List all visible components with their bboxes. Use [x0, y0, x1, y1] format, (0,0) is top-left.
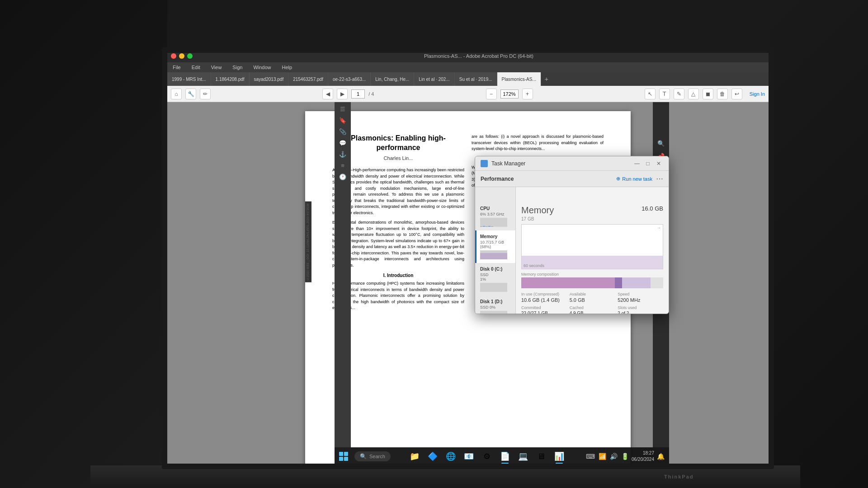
notification-icon[interactable]: 🔔: [656, 453, 665, 460]
search-button[interactable]: ↩: [731, 89, 742, 99]
composition-label: Memory composition: [521, 272, 663, 277]
prev-page-button[interactable]: ◀: [322, 89, 333, 99]
tab-1186[interactable]: 1.1864208.pdf: [211, 72, 250, 86]
run-new-task-button[interactable]: ⊕ Run new task: [616, 176, 652, 182]
menu-sign[interactable]: Sign: [231, 64, 244, 71]
screen-area: Plasmonics-AS... - Adobe Acrobat Pro DC …: [167, 50, 769, 465]
right-icon-zoom[interactable]: 🔍: [656, 138, 666, 148]
pdf-abstract-2: Experimental demonstrations of monolithi…: [332, 220, 464, 268]
memory-usage-graph: 60 seconds →: [521, 224, 663, 269]
tools-button[interactable]: 🔧: [185, 89, 196, 99]
zoom-out-button[interactable]: −: [486, 89, 497, 99]
tab-linet[interactable]: Lin et al · 202...: [414, 72, 454, 86]
cpu-mini-graph: [480, 218, 507, 227]
menu-view[interactable]: View: [209, 64, 224, 71]
menu-help[interactable]: Help: [280, 64, 294, 71]
search-bar[interactable]: 🔍 Search: [354, 451, 391, 461]
pdf-content-area: ©2020 IEEE | DOI: 10.1109/LDM13551.2020.…: [167, 102, 769, 465]
tab-plasmonics[interactable]: Plasmonics-AS...: [497, 72, 541, 86]
disk1-detail: SSD 0%: [480, 305, 512, 310]
panel-icon-6[interactable]: ≡: [338, 160, 348, 170]
panel-icon-7[interactable]: 🕐: [338, 172, 348, 182]
tab-1999[interactable]: 1999 - MRS Int...: [167, 72, 211, 86]
maximize-button[interactable]: [187, 53, 193, 59]
search-icon: 🔍: [360, 453, 367, 460]
start-button[interactable]: [335, 447, 353, 465]
tm-minimize-button[interactable]: —: [632, 159, 642, 168]
taskbar-app-taskmanager[interactable]: 📊: [551, 448, 567, 465]
sidebar-item-disk0[interactable]: Disk 0 (C:) SSD 1%: [475, 263, 515, 296]
search-text: Search: [369, 454, 385, 459]
annotate-tool[interactable]: T: [659, 89, 670, 99]
pdf-author: Charles Lin...: [332, 155, 464, 162]
tm-maximize-button[interactable]: □: [643, 159, 652, 168]
battery-icon[interactable]: 🔋: [620, 453, 630, 460]
acrobat-icon: 📄: [500, 451, 510, 461]
doi-strip: ©2020 IEEE | DOI: 10.1109/LDM13551.2020.…: [305, 202, 311, 282]
next-page-button[interactable]: ▶: [337, 89, 348, 99]
taskbar-app-edge[interactable]: 🔷: [425, 448, 441, 465]
sign-in-link[interactable]: Sign In: [750, 91, 765, 97]
taskbar-app-chrome[interactable]: 🌐: [443, 448, 459, 465]
tab-oe22[interactable]: oe-22-s3-a663...: [328, 72, 371, 86]
stat-speed: Speed 5200 MHz Slots used 2 of 2 Form fa…: [618, 292, 663, 314]
taskbar-app-files[interactable]: 📁: [406, 448, 423, 465]
tab-21546[interactable]: 215463257.pdf: [288, 72, 328, 86]
zoom-in-button[interactable]: +: [522, 89, 533, 99]
add-tab-button[interactable]: +: [541, 75, 552, 83]
network-icon[interactable]: 📶: [598, 453, 607, 460]
pdf-section1-text: High-performance computing (HPC) systems…: [332, 281, 464, 311]
left-bezel: [0, 0, 167, 488]
menu-edit[interactable]: Edit: [190, 64, 202, 71]
stat-available: Available 5.0 GB Cached 4.9 GB Non-paged…: [570, 292, 615, 314]
sound-icon[interactable]: 🔊: [609, 453, 618, 460]
pdf-right-intro: are as follows: (i) a novel approach is …: [472, 134, 604, 152]
panel-icon-5[interactable]: ⚓: [338, 149, 348, 159]
redact-tool[interactable]: ◼: [703, 89, 713, 99]
menu-window[interactable]: Window: [251, 64, 273, 71]
minimize-button[interactable]: [179, 53, 184, 59]
right-bezel: [769, 0, 868, 488]
clock[interactable]: 18:27 06/20/2024: [632, 450, 654, 463]
sidebar-item-memory[interactable]: Memory 10.7/15.7 GB (68%): [475, 230, 515, 263]
tab-suet[interactable]: Su et al · 2019...: [455, 72, 497, 86]
delete-tool[interactable]: 🗑: [717, 89, 728, 99]
sidebar-item-cpu[interactable]: CPU 6% 3.57 GHz: [475, 202, 515, 230]
pdf-abstract: Abstract—High-performance computing has …: [332, 167, 464, 216]
window-controls: — □ ✕: [632, 159, 663, 168]
date: 06/20/2024: [632, 456, 654, 463]
close-button[interactable]: [171, 53, 176, 59]
taskbar-app-acrobat[interactable]: 📄: [497, 448, 513, 465]
more-options-button[interactable]: ⋯: [656, 174, 663, 183]
draw-tool[interactable]: △: [688, 89, 699, 99]
files-icon: 📁: [410, 451, 420, 461]
svg-rect-3: [485, 164, 487, 167]
tab-linchang[interactable]: Lin, Chang, He...: [371, 72, 414, 86]
highlight-tool[interactable]: ✎: [674, 89, 684, 99]
panel-icon-3[interactable]: 📎: [338, 127, 348, 136]
tab-sayad[interactable]: sayad2013.pdf: [250, 72, 289, 86]
page-number-input[interactable]: [351, 89, 365, 99]
standby-segment: [622, 277, 651, 288]
taskbar-app-mail[interactable]: 📧: [461, 448, 477, 465]
panel-icon-1[interactable]: ☰: [338, 104, 348, 114]
memory-title: Memory 17 GB: [521, 205, 554, 221]
terminal-icon: 🖥: [537, 452, 545, 461]
panel-icon-4[interactable]: 💬: [338, 138, 348, 148]
tm-close-button[interactable]: ✕: [654, 159, 663, 168]
cached-label: Cached: [570, 305, 615, 310]
taskbar-app-settings[interactable]: ⚙: [479, 448, 495, 465]
panel-icon-2[interactable]: 🔖: [338, 115, 348, 125]
menu-file[interactable]: File: [171, 64, 183, 71]
taskbar-apps: 📁 🔷 🌐 📧 ⚙ 📄 💻 🖥 �: [392, 448, 581, 465]
tray-icon-1[interactable]: ⌨: [585, 453, 596, 460]
slots-label: Slots used: [618, 305, 663, 310]
taskbar-app-vscode[interactable]: 💻: [515, 448, 531, 465]
taskbar-app-terminal[interactable]: 🖥: [533, 448, 549, 465]
home-button[interactable]: ⌂: [171, 89, 182, 99]
sign-button[interactable]: ✏: [200, 89, 211, 99]
cpu-detail: 6% 3.57 GHz: [480, 212, 512, 216]
cursor-tool[interactable]: ↖: [645, 89, 656, 99]
zoom-input[interactable]: [500, 89, 519, 99]
sidebar-item-disk1[interactable]: Disk 1 (D:) SSD 0%: [475, 296, 515, 314]
